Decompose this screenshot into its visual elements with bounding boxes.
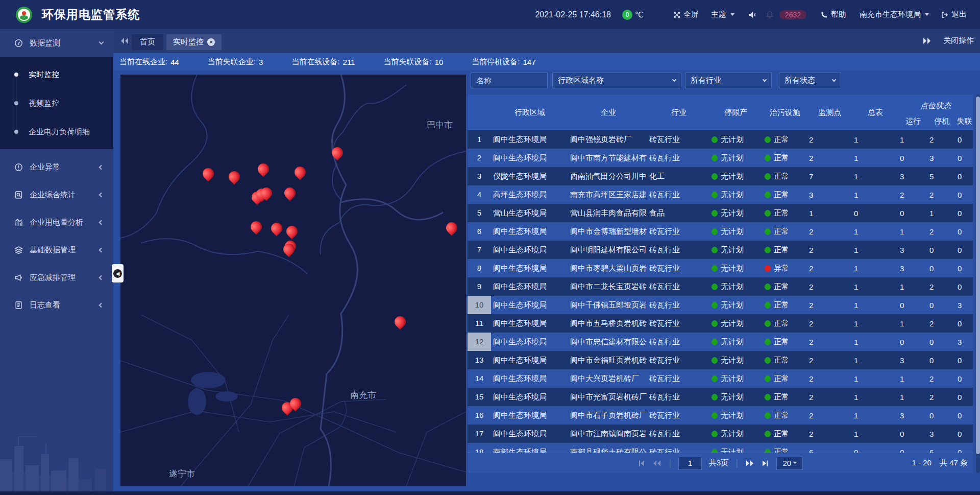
production-status-label: 无计划: [721, 264, 744, 273]
cell-stopped: 3: [928, 430, 956, 438]
table-row[interactable]: 13 阆中生态环境局 阆中市金福旺页岩机砖 砖瓦行业 无计划 正常 2 1 3 …: [468, 351, 973, 369]
cell-production-status: 无计划: [709, 374, 763, 384]
cell-total-meters: 1: [852, 172, 898, 181]
notifications[interactable]: 2632: [766, 10, 806, 19]
production-status-label: 无计划: [721, 429, 744, 439]
cell-running: 0: [898, 154, 928, 162]
header-industry: 行业: [648, 95, 709, 130]
sidebar-item-base-data[interactable]: 基础数据管理: [0, 236, 113, 264]
cell-running: 1: [898, 227, 928, 236]
name-search-input[interactable]: [476, 76, 542, 85]
cell-industry: 砖瓦行业: [648, 264, 709, 273]
table-row[interactable]: 14 阆中生态环境局 阆中大兴页岩机砖厂 砖瓦行业 无计划 正常 2 1 1 2…: [468, 369, 973, 388]
facility-status-label: 正常: [774, 153, 789, 163]
cell-monitor-points: 1: [807, 209, 852, 218]
table-row[interactable]: 3 仪陇生态环境局 西南油气田分公司川中 化工 无计划 正常 7 1 3 5 0: [468, 167, 973, 185]
logout-button[interactable]: 退出: [941, 10, 967, 19]
tabs-scroll-left-icon[interactable]: [120, 37, 129, 45]
cell-monitor-points: 2: [807, 430, 852, 438]
cell-facility-status: 正常: [763, 208, 807, 218]
tab-realtime-monitor[interactable]: 实时监控 ×: [166, 34, 222, 50]
table-row[interactable]: 11 阆中生态环境局 阆中市五马桥页岩机砖 砖瓦行业 无计划 正常 2 1 1 …: [468, 314, 973, 333]
cell-facility-status: 正常: [763, 374, 807, 384]
scrollbar-thumb[interactable]: [976, 97, 980, 454]
close-operations-button[interactable]: 关闭操作: [943, 36, 974, 45]
sidebar-item-power-analysis[interactable]: 企业用电量分析: [0, 208, 113, 236]
table-row[interactable]: 1 阆中生态环境局 阆中强锐页岩砖厂 砖瓦行业 无计划 正常 2 1 1 2 0: [468, 130, 973, 149]
tab-home[interactable]: 首页: [132, 34, 163, 50]
table-row[interactable]: 18 南部生态环境局 南部县砚华土砖有限公 砖瓦行业 无计划 正常 6 0 0 …: [468, 443, 973, 453]
status-dot-icon: [712, 192, 718, 198]
cell-production-status: 无计划: [709, 429, 763, 439]
facility-status-label: 正常: [774, 172, 789, 181]
cell-running: 1: [898, 135, 928, 144]
sidebar-item-data-monitoring[interactable]: 数据监测: [0, 29, 113, 57]
table-row[interactable]: 8 阆中生态环境局 阆中市枣碧大梁山页岩 砖瓦行业 无计划 异常 2 1 3 0…: [468, 259, 973, 277]
table-row[interactable]: 12 阆中生态环境局 阆中市忠信建材有限公 砖瓦行业 无计划 正常 2 1 0 …: [468, 333, 973, 351]
table-row[interactable]: 15 阆中生态环境局 阆中市光富页岩机砖厂 砖瓦行业 无计划 正常 2 1 1 …: [468, 388, 973, 406]
table-row[interactable]: 6 阆中生态环境局 阆中市金博瑞新型墙材 砖瓦行业 无计划 正常 2 1 1 2…: [468, 222, 973, 241]
close-icon[interactable]: ×: [207, 38, 215, 46]
cell-running: 1: [898, 319, 928, 328]
cell-region: 阆中生态环境局: [491, 319, 569, 328]
cell-facility-status: 正常: [763, 227, 807, 237]
fullscreen-icon: [673, 11, 680, 18]
org-menu[interactable]: 南充市生态环境局: [860, 10, 929, 19]
region-select[interactable]: 行政区域名称: [552, 73, 681, 88]
cell-enterprise: 阆中强锐页岩砖厂: [569, 135, 648, 145]
sidebar-item-enterprise-abnormal[interactable]: 企业异常: [0, 153, 113, 181]
map-panel[interactable]: 巴中市 南充市 遂宁市: [120, 75, 466, 486]
cell-lost: 0: [956, 172, 973, 181]
cell-lost: 0: [956, 448, 973, 453]
table-row[interactable]: 10 阆中生态环境局 阆中千佛镇五郎垭页岩 砖瓦行业 无计划 正常 2 1 0 …: [468, 296, 973, 314]
sound-toggle[interactable]: [749, 11, 756, 18]
facility-status-label: 正常: [774, 135, 789, 145]
first-page-icon[interactable]: [638, 460, 645, 467]
prev-page-icon[interactable]: [652, 460, 662, 467]
chevron-down-icon: [730, 13, 734, 16]
sidebar-item-label: 实时监控: [29, 70, 59, 80]
sidebar-item-log-view[interactable]: 日志查看: [0, 291, 113, 319]
cell-monitor-points: 6: [807, 448, 852, 453]
sidebar-item-power-load-detail[interactable]: 企业电力负荷明细: [0, 117, 113, 146]
help-button[interactable]: 帮助: [821, 10, 846, 19]
table-row[interactable]: 9 阆中生态环境局 阆中市二龙长宝页岩砖 砖瓦行业 无计划 正常 2 1 1 2…: [468, 277, 973, 296]
cell-row-number: 14: [468, 369, 491, 388]
page-number-input[interactable]: [678, 457, 702, 470]
fullscreen-button[interactable]: 全屏: [673, 10, 699, 19]
cell-region: 阆中生态环境局: [491, 411, 569, 420]
last-page-icon[interactable]: [762, 460, 769, 467]
status-select[interactable]: 所有状态: [779, 73, 841, 88]
sidebar-collapse-handle[interactable]: ◀: [112, 264, 124, 282]
table-row[interactable]: 16 阆中生态环境局 阆中市石子页岩机砖厂 砖瓦行业 无计划 正常 2 1 3 …: [468, 406, 973, 425]
table-row[interactable]: 7 阆中生态环境局 阆中明阳建材有限公司 砖瓦行业 无计划 正常 2 1 3 0…: [468, 241, 973, 259]
tabs-scroll-right-icon[interactable]: [922, 37, 932, 45]
cell-region: 营山生态环境局: [491, 208, 569, 218]
name-search-field[interactable]: [471, 73, 548, 88]
theme-menu[interactable]: 主题: [711, 10, 734, 19]
cell-production-status: 无计划: [709, 153, 763, 163]
sidebar-item-enterprise-statistics[interactable]: 企业综合统计: [0, 181, 113, 208]
sidebar-item-emergency-reduction[interactable]: 应急减排管理: [0, 264, 113, 291]
log-document-icon: [14, 301, 23, 310]
cell-lost: 0: [956, 319, 973, 328]
facility-status-label: 正常: [774, 392, 789, 402]
industry-select[interactable]: 所有行业: [685, 73, 772, 88]
table-row[interactable]: 2 阆中生态环境局 阆中市南方节能建材有 砖瓦行业 无计划 正常 2 1 0 3…: [468, 149, 973, 167]
facility-status-label: 正常: [774, 429, 789, 439]
table-scrollbar[interactable]: [976, 95, 980, 473]
next-page-icon[interactable]: [745, 460, 754, 467]
pagination-bar: | 共3页 | 20 1 - 20 共 47 条: [468, 453, 973, 473]
cell-lost: 0: [956, 282, 973, 291]
sidebar-item-realtime-monitor[interactable]: 实时监控: [0, 60, 113, 89]
sidebar-item-video-monitor[interactable]: 视频监控: [0, 89, 113, 117]
page-size-select[interactable]: 20: [776, 457, 803, 470]
status-dot-icon: [765, 449, 771, 453]
production-status-label: 无计划: [721, 190, 744, 200]
table-row[interactable]: 5 营山生态环境局 营山县润丰肉食品有限 食品 无计划 正常 1 0 0 1 0: [468, 204, 973, 222]
table-row[interactable]: 4 高坪生态环境局 南充市高坪区王家店建 砖瓦行业 无计划 正常 3 1 2 2…: [468, 185, 973, 204]
cell-industry: 砖瓦行业: [648, 392, 709, 402]
cell-lost: 0: [956, 209, 973, 218]
table-row[interactable]: 17 阆中生态环境局 阆中市江南镇阆南页岩 砖瓦行业 无计划 正常 2 1 0 …: [468, 425, 973, 443]
cell-production-status: 无计划: [709, 356, 763, 365]
